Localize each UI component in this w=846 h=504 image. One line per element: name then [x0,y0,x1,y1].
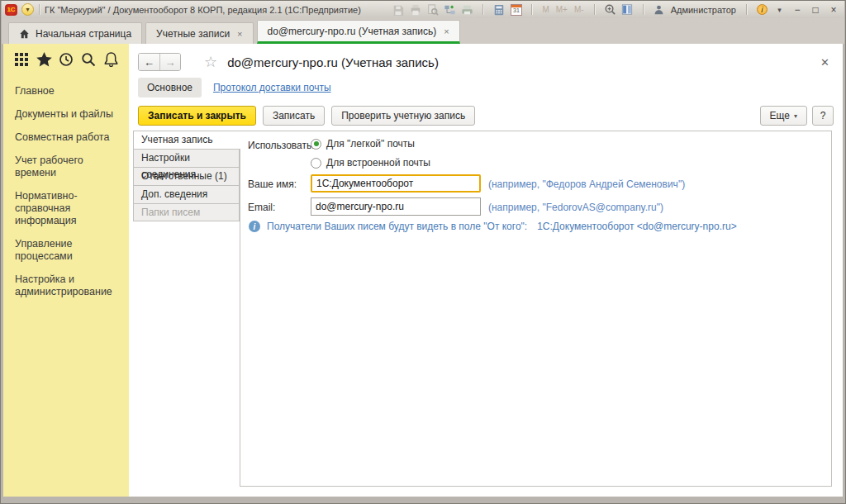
vtab-additional-info[interactable]: Доп. сведения [133,185,240,203]
zoom-icon[interactable] [603,3,617,17]
chevron-down-icon: ▾ [794,112,797,120]
vtab-account[interactable]: Учетная запись [133,131,240,149]
favorites-star-icon[interactable] [36,51,52,68]
divider [746,4,747,15]
history-icon[interactable] [58,51,74,68]
data-exchange-icon[interactable] [443,3,457,17]
forward-button[interactable]: → [159,54,180,70]
radio-button-icon[interactable] [311,139,321,150]
nav-buttons: ← → [138,53,181,71]
chevron-down-icon[interactable]: ▾ [772,3,787,17]
user-icon [652,3,666,17]
email-label: Email: [248,202,275,213]
vtab-responsible[interactable]: Ответственные (1) [133,167,240,185]
content-area: ← → ☆ do@mercury-npo.ru (Учетная запись)… [129,44,843,497]
notifications-bell-icon[interactable] [102,51,119,68]
sidebar-menu: Главное Документы и файлы Совместная раб… [3,71,129,303]
tab-mail-delivery-protocol[interactable]: Протокол доставки почты [213,82,331,93]
tab-account-detail[interactable]: do@mercury-npo.ru (Учетная запись) × [257,20,460,44]
tab-close-icon[interactable]: × [237,29,242,39]
save-icon[interactable] [391,3,405,17]
form-panel: Использовать: Для "легкой" почты Для вст… [240,131,832,487]
sidebar-item-settings-admin[interactable]: Настройка и администрирование [15,268,122,303]
radio-light-mail[interactable]: Для "легкой" почты [311,138,415,150]
sidebar-item-time-tracking[interactable]: Учет рабочего времени [15,149,122,184]
more-button[interactable]: Еще ▾ [760,106,807,126]
memory-m-plus-button[interactable]: M+ [554,3,569,17]
info-text: Получатели Ваших писем будут видеть в по… [267,221,527,232]
sidebar-item-main[interactable]: Главное [15,79,122,102]
calculator-icon[interactable] [492,3,506,17]
sidebar-item-collaboration[interactable]: Совместная работа [15,126,122,149]
sidebar-item-reference-info[interactable]: Нормативно-справочная информация [15,184,122,232]
tab-home[interactable]: Начальная страница [8,22,142,44]
divider [39,4,40,15]
calendar-icon[interactable]: 31 [509,3,523,17]
tab-main-section[interactable]: Основное [138,78,202,97]
form-side-tabs: Учетная запись Настройки соединения Отве… [133,131,240,221]
name-input[interactable] [311,174,481,193]
email-hint: (например, "FedorovAS@company.ru") [488,202,663,213]
vtab-mail-folders: Папки писем [133,203,240,221]
info-icon[interactable]: i [755,3,769,17]
sidebar-item-documents[interactable]: Документы и файлы [15,102,122,126]
tab-accounts-label: Учетные записи [156,28,230,40]
favorite-star-icon[interactable]: ☆ [204,53,217,71]
name-label: Ваше имя: [248,178,297,190]
main-menu-button[interactable]: ▼ [21,3,34,16]
divider [594,4,595,15]
titlebar-toolbar: 31 M M+ M- Администратор i ▾ − □ × [391,3,841,17]
sidebar-icon-bar [3,44,129,71]
help-button[interactable]: ? [812,106,834,126]
info-icon: i [249,221,260,232]
app-window: 1С ▼ ГК "Меркурий" / Документооборот 8 К… [0,0,846,504]
more-button-label: Еще [770,110,790,121]
tab-close-icon[interactable]: × [444,26,449,36]
radio-button-icon[interactable] [311,158,321,169]
divider [643,4,644,15]
split-view-icon[interactable] [620,3,634,17]
search-icon[interactable] [80,51,97,68]
form-close-icon[interactable]: ✕ [820,56,836,69]
divider [482,4,483,15]
save-button[interactable]: Записать [263,106,325,126]
minimize-button[interactable]: − [790,4,805,16]
title-bar: 1С ▼ ГК "Меркурий" / Документооборот 8 К… [2,1,844,18]
current-user-label[interactable]: Администратор [671,5,736,15]
tab-home-label: Начальная страница [36,28,131,40]
vtab-connection-settings[interactable]: Настройки соединения [133,149,240,167]
sidebar: Главное Документы и файлы Совместная раб… [3,44,129,497]
divider [531,4,532,15]
print-preview-icon[interactable] [425,3,440,17]
sidebar-item-process-management[interactable]: Управление процессами [15,232,122,268]
section-tabs: Основное Протокол доставки почты [138,77,331,98]
radio-builtin-mail-label: Для встроенной почты [326,157,430,169]
page-header: ← → ☆ do@mercury-npo.ru (Учетная запись)… [138,52,836,72]
1c-logo-icon: 1С [5,4,17,16]
memory-m-minus-button[interactable]: M- [573,3,586,17]
memory-m-button[interactable]: M [540,3,550,17]
tab-account-detail-label: do@mercury-npo.ru (Учетная запись) [268,26,437,37]
app-tab-strip: Начальная страница Учетные записи × do@m… [2,18,844,44]
email-input[interactable] [311,197,481,216]
home-icon [19,29,30,39]
info-value: 1С:Документооборот <do@mercury-npo.ru> [537,221,736,232]
maximize-button[interactable]: □ [808,4,823,16]
tab-accounts[interactable]: Учетные записи × [145,22,253,44]
radio-builtin-mail[interactable]: Для встроенной почты [311,157,430,169]
radio-light-mail-label: Для "легкой" почты [326,138,415,150]
sections-grid-icon[interactable] [13,51,30,68]
print-icon[interactable] [408,3,422,17]
check-account-button[interactable]: Проверить учетную запись [331,106,475,126]
account-form: Учетная запись Настройки соединения Отве… [133,131,832,487]
close-button[interactable]: × [826,4,841,16]
window-title: ГК "Меркурий" / Документооборот 8 КОРП, … [45,5,361,15]
use-label: Использовать: [248,140,315,151]
fax-icon[interactable] [460,3,474,17]
page-title: do@mercury-npo.ru (Учетная запись) [227,55,439,69]
app-body: Главное Документы и файлы Совместная раб… [3,44,843,497]
form-toolbar: Записать и закрыть Записать Проверить уч… [138,105,834,126]
back-button[interactable]: ← [139,54,159,70]
from-field-info: i Получатели Ваших писем будут видеть в … [249,221,737,232]
save-and-close-button[interactable]: Записать и закрыть [138,106,256,126]
